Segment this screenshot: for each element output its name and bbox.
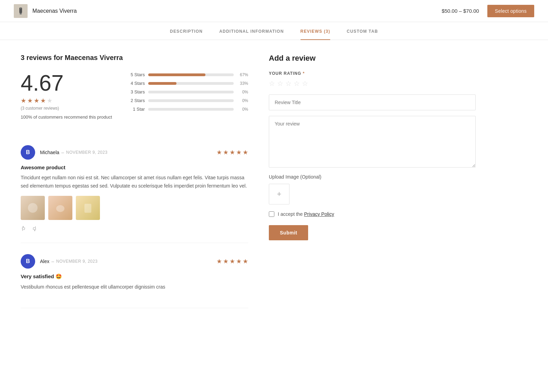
reviews-heading: 3 reviews for Maecenas Viverra (21, 54, 248, 62)
review-img-1c[interactable] (76, 196, 100, 220)
bar-track-4 (148, 82, 234, 85)
bar-row-3: 3 Stars 0% (126, 89, 248, 94)
svg-point-3 (28, 203, 38, 213)
review-img-1a[interactable] (21, 196, 45, 220)
upload-image-button[interactable]: + (269, 184, 290, 204)
header-product-name: Maecenas Viverra (32, 8, 77, 14)
header-right: $50.00 – $70.00 Select options (442, 5, 534, 17)
add-review-column: Add a review YOUR RATING * ☆ ☆ ☆ ☆ ☆ Upl… (269, 54, 476, 308)
star-5: ★ (47, 97, 52, 104)
review-title-2: Very satisfied 🤩 (21, 273, 248, 280)
privacy-policy-link[interactable]: Privacy Policy (304, 211, 334, 217)
rating-label: YOUR RATING * (269, 71, 476, 76)
reviewer-meta-2: Alex – November 9, 2023 (40, 259, 98, 264)
header-left: Maecenas Viverra (14, 4, 77, 18)
dash-2: – (51, 259, 54, 264)
site-header: Maecenas Viverra $50.00 – $70.00 Select … (0, 0, 548, 22)
reviewer-meta-1: Michaela – November 9, 2023 (40, 150, 108, 155)
star-2: ★ (27, 97, 33, 104)
bar-pct-4: 33% (237, 81, 248, 86)
rate-star-5[interactable]: ☆ (302, 79, 308, 88)
rate-star-1[interactable]: ☆ (269, 79, 275, 88)
tab-custom[interactable]: CUSTOM TAB (347, 22, 378, 40)
bar-row-5: 5 Stars 67% (126, 72, 248, 77)
recommend-text: 100% of custommers recommend this produc… (21, 114, 112, 120)
bar-label-3: 3 Stars (126, 89, 145, 94)
overall-stars: ★ ★ ★ ★ ★ (21, 97, 112, 104)
dash-1: – (61, 150, 64, 155)
review-body-2: Vestibulum rhoncus est pellentesque elit… (21, 283, 248, 291)
rating-bars: 5 Stars 67% 4 Stars 33% 3 Stars (126, 72, 248, 112)
bar-row-1: 1 Star 0% (126, 107, 248, 112)
bar-label-5: 5 Stars (126, 72, 145, 77)
vote-row-1 (21, 225, 248, 232)
rating-big: 4.67 ★ ★ ★ ★ ★ (3 customer reviews) 100%… (21, 72, 112, 120)
bar-label-1: 1 Star (126, 107, 145, 112)
reviews-column: 3 reviews for Maecenas Viverra 4.67 ★ ★ … (21, 54, 248, 308)
review-title-1: Awesome product (21, 164, 248, 170)
rate-star-3[interactable]: ☆ (285, 79, 292, 88)
add-review-heading: Add a review (269, 54, 476, 63)
bar-pct-3: 0% (237, 90, 248, 94)
upload-plus-icon: + (277, 190, 282, 199)
svg-rect-1 (20, 13, 22, 14)
bar-label-2: 2 Stars (126, 98, 145, 103)
tab-reviews[interactable]: REVIEWS (3) (301, 22, 331, 40)
thumbs-down-1[interactable] (31, 225, 37, 232)
bar-fill-4 (148, 82, 176, 85)
tabs-nav: DESCRIPTION ADDITIONAL INFORMATION REVIE… (0, 22, 548, 40)
tab-description[interactable]: DESCRIPTION (170, 22, 203, 40)
select-options-button[interactable]: Select options (487, 5, 534, 17)
reviewer-name-date-1: Michaela – November 9, 2023 (40, 150, 108, 155)
submit-review-button[interactable]: Submit (269, 225, 308, 240)
rate-star-2[interactable]: ☆ (277, 79, 283, 88)
review-header-1: B Michaela – November 9, 2023 ★ ★ ★ ★ (21, 145, 248, 160)
review-item-2: B Alex – November 9, 2023 ★ ★ ★ ★ (21, 243, 248, 308)
product-thumbnail (14, 4, 28, 18)
star-4: ★ (40, 97, 46, 104)
review-stars-2: ★ ★ ★ ★ ★ (216, 258, 248, 265)
reviewer-name-2: Alex (40, 259, 49, 264)
reviewer-info-1: B Michaela – November 9, 2023 (21, 145, 108, 160)
bar-row-4: 4 Stars 33% (126, 81, 248, 86)
star-rating-select[interactable]: ☆ ☆ ☆ ☆ ☆ (269, 79, 476, 88)
thumbs-up-1[interactable] (21, 225, 27, 232)
avatar-1: B (21, 145, 35, 160)
review-body-1: Tincidunt eget nullam non nisi est sit. … (21, 174, 248, 190)
star-1: ★ (21, 97, 26, 104)
privacy-row: I accept the Privacy Policy (269, 211, 476, 217)
privacy-text: I accept the Privacy Policy (278, 211, 334, 217)
reviewer-name-1: Michaela (40, 150, 59, 155)
bar-track-5 (148, 73, 234, 76)
upload-label: Upload Image (Optional) (269, 174, 476, 180)
bar-row-2: 2 Stars 0% (126, 98, 248, 103)
reviewer-date-2: November 9, 2023 (56, 259, 98, 264)
bar-track-1 (148, 108, 234, 111)
tab-additional-information[interactable]: ADDITIONAL INFORMATION (219, 22, 284, 40)
star-3: ★ (34, 97, 39, 104)
bar-label-4: 4 Stars (126, 81, 145, 86)
rating-count: (3 customer reviews) (21, 106, 112, 111)
main-content: 3 reviews for Maecenas Viverra 4.67 ★ ★ … (0, 40, 548, 322)
svg-rect-2 (20, 8, 21, 9)
rating-required: * (303, 71, 305, 76)
rate-star-4[interactable]: ☆ (294, 79, 300, 88)
bar-pct-5: 67% (237, 72, 248, 77)
reviewer-name-date-2: Alex – November 9, 2023 (40, 259, 98, 264)
bar-track-2 (148, 99, 234, 102)
review-stars-1: ★ ★ ★ ★ ★ (216, 149, 248, 156)
svg-rect-5 (84, 204, 91, 213)
rating-summary: 4.67 ★ ★ ★ ★ ★ (3 customer reviews) 100%… (21, 72, 248, 120)
review-img-1b[interactable] (48, 196, 72, 220)
privacy-checkbox[interactable] (269, 211, 274, 217)
review-body-input[interactable] (269, 116, 476, 168)
review-images-1 (21, 196, 248, 220)
avatar-2: B (21, 254, 35, 269)
reviewer-info-2: B Alex – November 9, 2023 (21, 254, 98, 269)
review-title-input[interactable] (269, 94, 476, 110)
review-header-2: B Alex – November 9, 2023 ★ ★ ★ ★ (21, 254, 248, 269)
price-range: $50.00 – $70.00 (442, 8, 479, 14)
svg-point-4 (56, 205, 64, 212)
reviewer-date-1: November 9, 2023 (66, 150, 108, 155)
bar-track-3 (148, 91, 234, 93)
